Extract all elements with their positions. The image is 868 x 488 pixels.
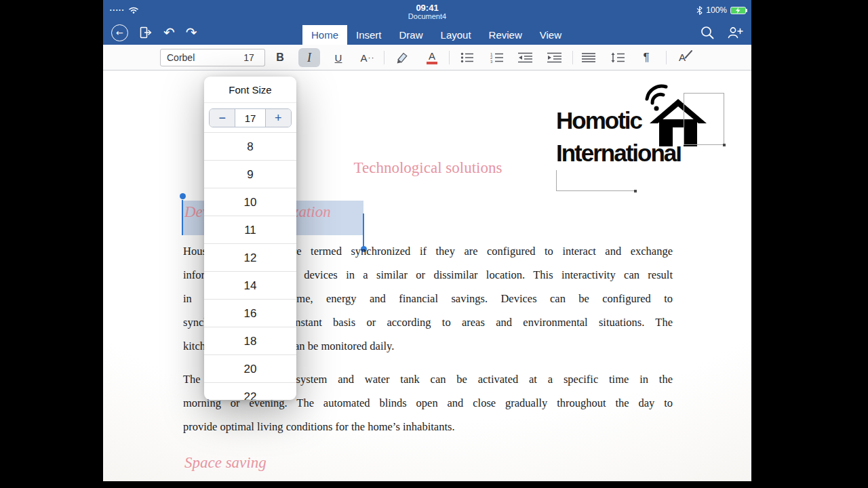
pilcrow-icon: ¶ <box>643 51 649 64</box>
size-option[interactable]: 8 <box>204 132 296 160</box>
italic-button[interactable]: I <box>298 48 320 67</box>
tab-view[interactable]: View <box>531 25 570 45</box>
toolbar-divider <box>449 51 450 64</box>
alignment-button[interactable] <box>578 48 599 67</box>
size-option[interactable]: 18 <box>204 327 296 354</box>
styles-button[interactable]: A <box>671 48 693 67</box>
more-formatting-button[interactable]: A ·· <box>357 48 378 67</box>
status-right: 100% <box>696 5 746 15</box>
numbered-list-button[interactable]: 1 2 3 <box>486 48 508 67</box>
search-icon <box>700 25 715 40</box>
toolbar-divider <box>666 51 667 64</box>
document-title: Document4 <box>103 12 751 20</box>
size-current-value: 17 <box>235 109 265 127</box>
popover-title: Font Size <box>204 77 296 103</box>
heading-space-saving: Space saving <box>184 454 267 472</box>
selection-start-handle[interactable] <box>180 193 186 199</box>
size-option[interactable]: 16 <box>204 299 296 327</box>
ribbon-tabs: Home Insert Draw Layout Review View <box>302 25 570 45</box>
toolbar-divider <box>384 51 384 64</box>
bluetooth-icon <box>696 6 703 15</box>
share-people-button[interactable] <box>727 26 743 39</box>
tab-insert[interactable]: Insert <box>347 25 391 45</box>
decrease-indent-button[interactable] <box>515 48 536 67</box>
back-arrow-icon: ← <box>116 28 123 37</box>
line-spacing-icon <box>610 52 625 63</box>
ipad-screen: ••••• 09:41 Document4 100% <box>103 0 751 481</box>
outdent-icon <box>518 52 533 63</box>
document-canvas[interactable]: Homotic International Technological solu… <box>103 70 751 481</box>
frame-handle-dot <box>634 190 637 192</box>
selection-start-bar[interactable] <box>182 200 183 235</box>
paragraph-line: provide optimal living conditions for th… <box>183 415 673 439</box>
nav-right-buttons <box>700 22 743 43</box>
font-size-selector[interactable]: 17 <box>233 49 265 66</box>
size-option[interactable]: 11 <box>204 216 296 243</box>
svg-text:3: 3 <box>490 60 493 63</box>
more-formatting-dots: ·· <box>368 53 375 62</box>
bullet-list-button[interactable] <box>456 48 478 67</box>
highlighter-icon <box>395 51 409 64</box>
size-option[interactable]: 9 <box>204 160 296 188</box>
font-color-button[interactable]: A <box>421 48 443 67</box>
search-button[interactable] <box>700 25 715 40</box>
pen-icon <box>684 49 694 59</box>
undo-icon: ↶ <box>163 24 175 41</box>
tab-layout[interactable]: Layout <box>432 25 480 45</box>
nav-left-buttons: ← ↶ ↷ <box>111 22 197 43</box>
size-option[interactable]: 22 <box>204 382 296 400</box>
font-color-swatch <box>427 62 437 64</box>
font-size-popover: Font Size − 17 + 8 9 10 11 12 14 16 18 2… <box>204 77 296 400</box>
size-option[interactable]: 20 <box>204 354 296 382</box>
toolbar-divider <box>572 51 573 64</box>
formatting-toolbar: Corbel 17 B I U A ·· A <box>103 45 751 70</box>
bold-button[interactable]: B <box>269 48 291 67</box>
line-spacing-button[interactable] <box>607 48 629 67</box>
font-size-stepper: − 17 + <box>209 108 292 127</box>
back-button[interactable]: ← <box>111 24 128 41</box>
text-frame-border <box>684 93 724 145</box>
undo-button[interactable]: ↶ <box>163 26 175 40</box>
bullet-list-icon <box>460 52 474 63</box>
add-person-icon <box>727 26 743 39</box>
size-option[interactable]: 14 <box>204 271 296 299</box>
increase-indent-button[interactable] <box>544 48 566 67</box>
redo-button[interactable]: ↷ <box>186 26 197 40</box>
clock-time: 09:41 <box>103 3 751 13</box>
size-option[interactable]: 10 <box>204 188 296 216</box>
size-decrement-button[interactable]: − <box>210 109 235 127</box>
battery-percent: 100% <box>706 5 727 15</box>
underline-button[interactable]: U <box>328 48 349 67</box>
font-size-list: 8 9 10 11 12 14 16 18 20 22 <box>204 132 296 400</box>
redo-icon: ↷ <box>186 24 197 41</box>
align-justify-icon <box>582 52 595 63</box>
frame-handle-dot <box>723 144 726 146</box>
tab-home[interactable]: Home <box>302 25 347 45</box>
paragraph-marks-button[interactable]: ¶ <box>635 48 657 67</box>
battery-icon <box>730 7 746 14</box>
numbered-list-icon: 1 2 3 <box>490 52 504 63</box>
export-file-button[interactable] <box>139 26 153 39</box>
app-header: ••••• 09:41 Document4 100% <box>103 0 751 45</box>
highlight-button[interactable] <box>391 48 413 67</box>
tab-review[interactable]: Review <box>480 25 531 45</box>
tab-draw[interactable]: Draw <box>391 25 432 45</box>
indent-icon <box>547 52 562 63</box>
font-name-selector[interactable]: Corbel <box>160 49 234 66</box>
size-increment-button[interactable]: + <box>266 109 291 127</box>
size-option[interactable]: 12 <box>204 243 296 271</box>
